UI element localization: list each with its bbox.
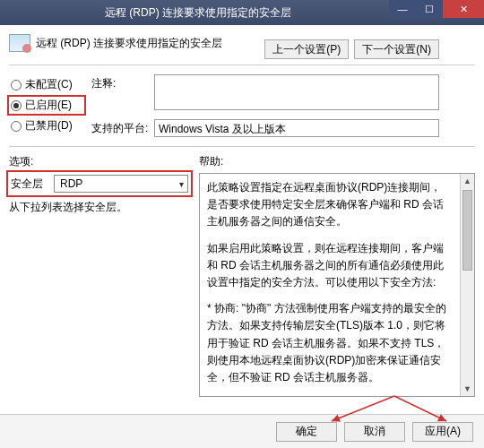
help-text-box: 此策略设置指定在远程桌面协议(RDP)连接期间，是否要求使用特定安全层来确保客户… (199, 173, 475, 397)
radio-enabled[interactable]: 已启用(E) (9, 97, 84, 114)
radio-disabled[interactable]: 已禁用(D) (9, 117, 84, 134)
scroll-up-icon[interactable]: ▲ (461, 174, 474, 188)
help-paragraph: * RDP: RDP 方法使用本地 RDP 加密来保证客户端和 RD 会话主机服… (207, 395, 451, 397)
scrollbar-thumb[interactable] (462, 190, 472, 271)
help-paragraph: 如果启用此策略设置，则在远程连接期间，客户端和 RD 会话主机服务器之间的所有通… (207, 240, 451, 292)
dropdown-value: RDP (60, 177, 82, 190)
comment-textarea[interactable] (154, 74, 439, 110)
radio-icon (11, 100, 22, 111)
help-paragraph: 此策略设置指定在远程桌面协议(RDP)连接期间，是否要求使用特定安全层来确保客户… (207, 179, 451, 231)
title-bar: 远程 (RDP) 连接要求使用指定的安全层 — ☐ ✕ (0, 0, 484, 25)
radio-icon (11, 121, 22, 132)
platform-value: Windows Vista 及以上版本 (159, 123, 286, 135)
apply-button[interactable]: 应用(A) (412, 422, 473, 442)
platform-field: Windows Vista 及以上版本 (154, 119, 439, 137)
next-setting-button[interactable]: 下一个设置(N) (354, 39, 439, 59)
scrollbar[interactable]: ▲ ▼ (460, 174, 474, 396)
radio-icon (11, 80, 22, 90)
dialog-footer: 确定 取消 应用(A) (0, 414, 484, 448)
ok-button[interactable]: 确定 (276, 422, 337, 442)
close-button[interactable]: ✕ (443, 0, 484, 18)
options-instruction: 从下拉列表选择安全层。 (9, 200, 190, 215)
window-title: 远程 (RDP) 连接要求使用指定的安全层 (7, 5, 389, 21)
help-paragraph: * 协商: "协商" 方法强制使用客户端支持的最安全的方法。如果支持传输层安全(… (207, 300, 451, 386)
comment-label: 注释: (91, 74, 149, 91)
maximize-button[interactable]: ☐ (416, 0, 443, 18)
security-layer-dropdown[interactable]: RDP ▾ (54, 175, 188, 193)
previous-setting-button[interactable]: 上一个设置(P) (264, 39, 349, 59)
minimize-button[interactable]: — (389, 0, 416, 18)
cancel-button[interactable]: 取消 (344, 422, 405, 442)
scroll-down-icon[interactable]: ▼ (461, 382, 474, 396)
radio-not-configured[interactable]: 未配置(C) (9, 76, 84, 93)
policy-title: 远程 (RDP) 连接要求使用指定的安全层 (36, 36, 222, 51)
platform-label: 支持的平台: (91, 119, 149, 136)
chevron-down-icon: ▾ (179, 179, 184, 189)
radio-label: 未配置(C) (25, 77, 73, 92)
help-section-label: 帮助: (199, 154, 223, 169)
security-layer-label: 安全层 (11, 177, 48, 192)
radio-label: 已启用(E) (25, 98, 72, 113)
options-section-label: 选项: (9, 154, 190, 169)
policy-icon (9, 34, 30, 52)
radio-label: 已禁用(D) (25, 118, 73, 134)
